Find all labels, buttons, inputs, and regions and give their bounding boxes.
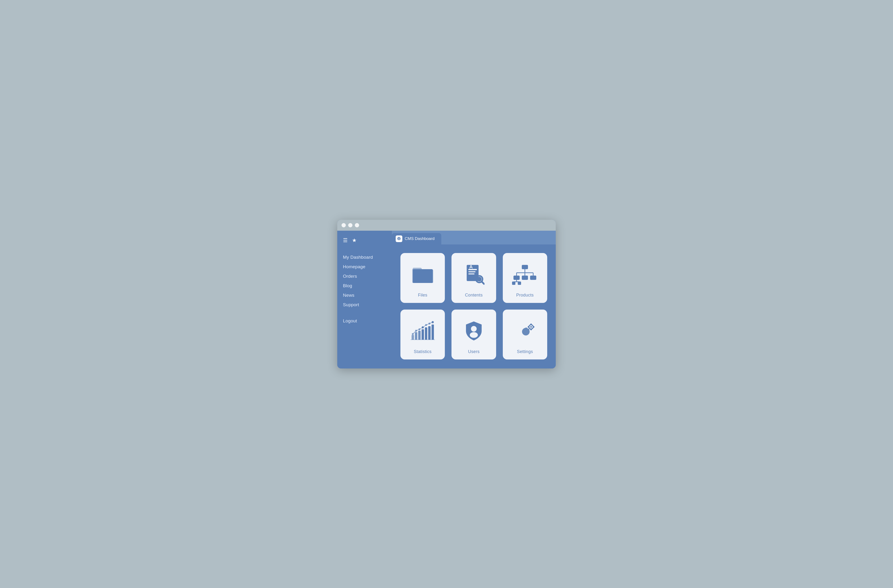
svg-rect-24: [518, 281, 521, 285]
title-bar: [337, 220, 556, 231]
users-icon-area: [456, 316, 492, 346]
svg-point-33: [415, 330, 417, 332]
svg-rect-23: [512, 281, 516, 285]
svg-point-8: [477, 277, 482, 281]
grid-item-statistics[interactable]: Statistics: [400, 310, 445, 359]
svg-rect-30: [428, 326, 431, 340]
products-icon-area: [507, 260, 543, 289]
files-label: Files: [418, 293, 427, 298]
grid-item-products[interactable]: Products: [503, 253, 547, 303]
svg-point-37: [428, 323, 430, 325]
svg-rect-46: [530, 329, 532, 330]
settings-icon-area: [507, 316, 543, 346]
products-label: Products: [516, 293, 534, 298]
hamburger-icon[interactable]: ☰: [343, 237, 348, 244]
contents-icon-area: A: [456, 260, 492, 289]
svg-rect-28: [422, 329, 424, 340]
svg-rect-47: [528, 326, 529, 328]
grid-item-contents[interactable]: A Contents: [451, 253, 496, 303]
svg-point-41: [470, 332, 478, 338]
svg-rect-26: [415, 332, 417, 340]
svg-rect-45: [530, 323, 532, 325]
sidebar-toolbar: ☰ ★: [343, 237, 386, 244]
svg-rect-10: [522, 265, 528, 269]
browser-body: ☰ ★ My Dashboard Homepage Orders Blog Ne…: [337, 231, 556, 368]
svg-point-34: [418, 328, 420, 330]
browser-window: ☰ ★ My Dashboard Homepage Orders Blog Ne…: [337, 220, 556, 368]
files-icon-area: [405, 260, 440, 289]
tab-label: CMS Dashboard: [405, 236, 434, 241]
tab-cms-dashboard[interactable]: CMS Dashboard: [392, 233, 441, 244]
sidebar-item-logout[interactable]: Logout: [343, 317, 386, 325]
traffic-light-3[interactable]: [355, 223, 359, 227]
main-content: CMS Dashboard File: [392, 231, 556, 368]
svg-rect-31: [431, 325, 434, 340]
svg-line-9: [482, 281, 484, 284]
svg-point-36: [425, 324, 427, 326]
tab-bar: CMS Dashboard: [392, 231, 556, 244]
svg-rect-48: [533, 326, 534, 328]
tab-gear-icon: [396, 235, 402, 242]
settings-label: Settings: [517, 349, 533, 354]
svg-rect-25: [412, 335, 414, 340]
nav-menu: My Dashboard Homepage Orders Blog News S…: [343, 253, 386, 325]
svg-rect-3: [468, 274, 475, 274]
sidebar-item-homepage[interactable]: Homepage: [343, 263, 386, 271]
statistics-icon-area: [405, 316, 440, 346]
svg-rect-18: [530, 275, 536, 280]
sidebar: ☰ ★ My Dashboard Homepage Orders Blog Ne…: [337, 231, 392, 368]
svg-point-40: [471, 326, 477, 332]
sidebar-item-blog[interactable]: Blog: [343, 281, 386, 290]
svg-rect-29: [425, 327, 427, 340]
grid-item-users[interactable]: Users: [451, 310, 496, 359]
traffic-light-1[interactable]: [341, 223, 346, 227]
svg-point-44: [530, 326, 532, 328]
sidebar-item-support[interactable]: Support: [343, 301, 386, 309]
statistics-label: Statistics: [414, 349, 431, 354]
sidebar-item-my-dashboard[interactable]: My Dashboard: [343, 253, 386, 262]
users-label: Users: [468, 349, 480, 354]
svg-text:A: A: [469, 264, 473, 269]
star-icon[interactable]: ★: [352, 237, 357, 244]
svg-rect-17: [522, 275, 528, 280]
dashboard-area: Files: [392, 244, 556, 368]
svg-point-32: [412, 333, 414, 335]
contents-label: Contents: [465, 293, 483, 298]
grid-item-settings[interactable]: Settings: [503, 310, 547, 359]
traffic-light-2[interactable]: [348, 223, 352, 227]
svg-rect-27: [418, 331, 421, 340]
svg-rect-2: [468, 271, 475, 272]
svg-point-38: [431, 321, 434, 323]
svg-point-35: [422, 326, 424, 329]
sidebar-item-orders[interactable]: Orders: [343, 272, 386, 281]
svg-rect-16: [513, 275, 520, 280]
grid-item-files[interactable]: Files: [400, 253, 445, 303]
dashboard-grid: Files: [400, 253, 547, 359]
sidebar-item-news[interactable]: News: [343, 291, 386, 299]
